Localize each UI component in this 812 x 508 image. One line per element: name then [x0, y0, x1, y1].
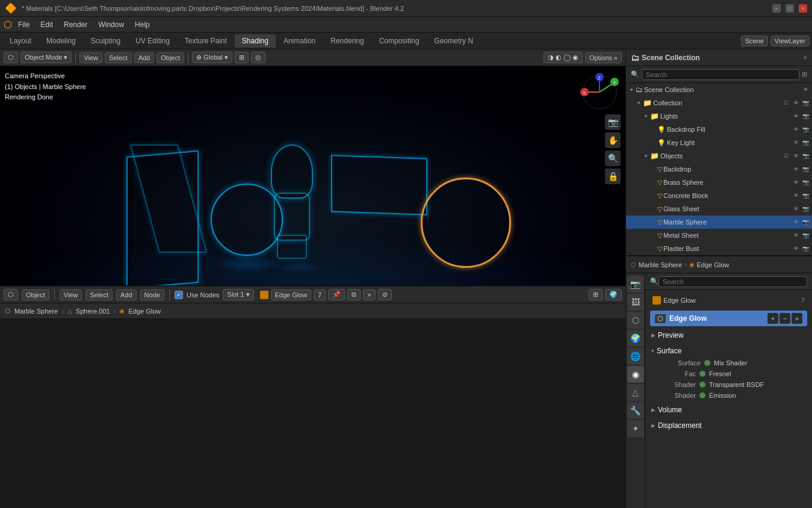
key-light-item[interactable]: 💡 Key Light 👁 📷: [626, 136, 812, 149]
mat-add-btn[interactable]: +: [767, 313, 778, 324]
viewport-shading[interactable]: ◑ ◐ ◯ ◉: [544, 52, 583, 63]
material-selector[interactable]: Edge Glow: [271, 290, 312, 300]
node-view-options[interactable]: ⊞: [589, 289, 603, 300]
props-world-icon[interactable]: 🌐: [627, 348, 644, 365]
concrete-block-item[interactable]: ▽ Concrete Block 👁 📷: [626, 189, 812, 202]
bs-cam[interactable]: 📷: [801, 178, 810, 187]
gs-eye[interactable]: 👁: [792, 205, 800, 213]
node-overlay[interactable]: 🌍: [605, 289, 622, 300]
ms-cam[interactable]: 📷: [801, 218, 810, 226]
met-eye[interactable]: 👁: [792, 231, 800, 240]
shader2-socket[interactable]: [699, 392, 705, 398]
volume-header[interactable]: ▶ Volume: [648, 403, 810, 417]
add-menu[interactable]: Add: [134, 52, 155, 63]
collection-cam[interactable]: 📷: [801, 99, 810, 107]
mat-remove-btn[interactable]: −: [779, 313, 790, 324]
node-node-menu[interactable]: Node: [140, 290, 164, 300]
kl-eye[interactable]: 👁: [792, 138, 800, 147]
props-search-input[interactable]: [659, 276, 807, 287]
tab-uv-editing[interactable]: UV Editing: [128, 34, 177, 48]
viewport-canvas[interactable]: Camera Perspective (1) Objects | Marble …: [0, 66, 625, 285]
menu-file[interactable]: File: [13, 19, 34, 30]
camera-view-button[interactable]: 📷: [605, 114, 621, 130]
shader1-socket[interactable]: [699, 382, 705, 388]
met-cam[interactable]: 📷: [801, 231, 810, 240]
plaster-bust-item[interactable]: ▽ Plaster Bust 👁 📷: [626, 242, 812, 255]
object-menu[interactable]: Object: [157, 52, 184, 63]
collection-eye[interactable]: 👁: [792, 99, 800, 107]
expand-scene[interactable]: ▾: [628, 87, 634, 93]
tab-animation[interactable]: Animation: [276, 34, 323, 48]
fac-socket[interactable]: [699, 371, 705, 377]
metal-sheet-item[interactable]: ▽ Metal Sheet 👁 📷: [626, 229, 812, 242]
view-menu[interactable]: View: [79, 52, 102, 63]
objects-cb[interactable]: ☑: [782, 152, 790, 160]
breadcrumb-object[interactable]: Marble Sphere: [14, 308, 58, 315]
lock-tool[interactable]: 🔒: [605, 169, 621, 184]
marble-sphere-item[interactable]: ▽ Marble Sphere 👁 📷: [626, 215, 812, 229]
node-add-menu[interactable]: Add: [116, 290, 137, 300]
props-modifier-icon[interactable]: 🔧: [627, 402, 644, 419]
surface-header[interactable]: ▾ Surface: [648, 344, 810, 358]
mat-scroll-btn[interactable]: »: [792, 313, 802, 324]
kl-cam[interactable]: 📷: [801, 138, 810, 147]
tab-rendering[interactable]: Rendering: [323, 34, 371, 48]
node-object-selector[interactable]: Object: [22, 290, 49, 300]
material-slot-name[interactable]: Edge Glow: [663, 297, 799, 304]
options-button[interactable]: Options »: [585, 52, 622, 63]
pb-cam[interactable]: 📷: [801, 244, 810, 253]
material-type-selector[interactable]: ⬡: [655, 314, 666, 323]
mode-selector[interactable]: Object Mode ▾: [20, 52, 72, 63]
lights-cam[interactable]: 📷: [801, 112, 810, 120]
displacement-header[interactable]: ▶ Displacement: [648, 419, 810, 432]
material-unlink[interactable]: ×: [363, 290, 375, 300]
props-output-icon[interactable]: 🖼: [627, 294, 644, 311]
tab-layout[interactable]: Layout: [2, 34, 39, 48]
node-editor-type[interactable]: ⬡: [4, 289, 18, 300]
breadcrumb-mesh[interactable]: Sphere.001: [76, 308, 110, 315]
expand-collection[interactable]: ▾: [636, 100, 642, 106]
expand-objects[interactable]: ▾: [643, 153, 649, 159]
menu-window[interactable]: Window: [93, 19, 129, 30]
outliner-scene-collection[interactable]: ▾ 🗂 Scene Collection 👁: [626, 83, 812, 96]
lights-collection[interactable]: ▾ 📁 Lights 👁 📷: [626, 110, 812, 123]
bd-fill-eye[interactable]: 👁: [792, 125, 800, 134]
ms-eye[interactable]: 👁: [792, 218, 800, 226]
cb-cam[interactable]: 📷: [801, 191, 810, 200]
material-pin[interactable]: 📌: [328, 289, 345, 300]
bd-eye[interactable]: 👁: [792, 165, 800, 173]
backdrop-item[interactable]: ▽ Backdrop 👁 📷: [626, 163, 812, 176]
outliner-filter[interactable]: ≡: [804, 54, 807, 61]
gs-cam[interactable]: 📷: [801, 205, 810, 213]
props-render-icon[interactable]: 📷: [627, 276, 644, 293]
surface-socket[interactable]: [704, 360, 710, 366]
lights-eye[interactable]: 👁: [792, 112, 800, 120]
bd-fill-cam[interactable]: 📷: [801, 125, 810, 134]
tab-shading[interactable]: Shading: [235, 34, 276, 48]
snap-button[interactable]: ⊞: [235, 52, 249, 63]
objects-collection[interactable]: ▾ 📁 Objects ☑ 👁 📷: [626, 149, 812, 163]
props-view-layer-icon[interactable]: ⬡: [627, 312, 644, 329]
menu-help[interactable]: Help: [130, 19, 155, 30]
bd-cam[interactable]: 📷: [801, 165, 810, 173]
scene-visibility[interactable]: 👁: [801, 85, 810, 94]
props-scene-icon[interactable]: 🌍: [627, 330, 644, 347]
props-material-icon[interactable]: ◉: [627, 366, 644, 383]
props-particles-icon[interactable]: ✦: [627, 420, 644, 437]
maximize-button[interactable]: □: [786, 4, 794, 13]
viewlayer-selector[interactable]: ViewLayer: [770, 36, 810, 46]
brass-sphere-item[interactable]: ▽ Brass Sphere 👁 📷: [626, 176, 812, 189]
objects-eye[interactable]: 👁: [792, 152, 800, 160]
tab-sculpting[interactable]: Sculpting: [84, 34, 128, 48]
node-canvas[interactable]: Fresnel Fac IOR: [0, 319, 625, 508]
menu-render[interactable]: Render: [59, 19, 92, 30]
transform-selector[interactable]: ⊕ Global ▾: [192, 52, 232, 63]
expand-lights[interactable]: ▾: [643, 113, 649, 119]
tab-modeling[interactable]: Modeling: [39, 34, 83, 48]
props-object-data-icon[interactable]: △: [627, 384, 644, 401]
slot-selector[interactable]: Slot 1 ▾: [223, 289, 253, 300]
collection-cb[interactable]: ☑: [782, 99, 790, 107]
menu-edit[interactable]: Edit: [36, 19, 58, 30]
proportional-edit[interactable]: ◎: [251, 52, 265, 63]
outliner-search-input[interactable]: [642, 69, 799, 80]
